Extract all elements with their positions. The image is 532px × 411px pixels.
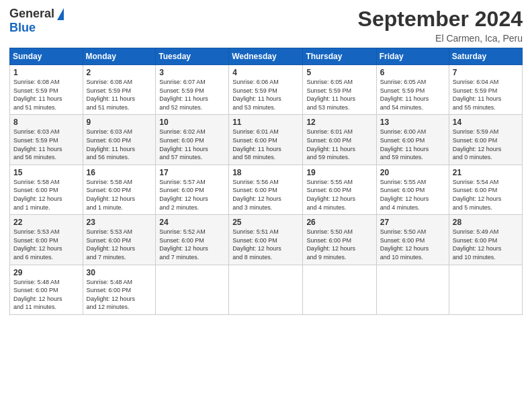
day-info: Sunrise: 6:06 AMSunset: 5:59 PMDaylight:…: [232, 78, 299, 111]
calendar-week-3: 22Sunrise: 5:53 AMSunset: 6:00 PMDayligh…: [10, 215, 523, 265]
page: General Blue September 2024 El Carmen, I…: [0, 0, 532, 411]
day-info: Sunrise: 5:48 AMSunset: 6:00 PMDaylight:…: [13, 278, 79, 312]
col-thursday: Thursday: [303, 48, 376, 65]
title-location: El Carmen, Ica, Peru: [358, 33, 523, 44]
day-cell-18: 18Sunrise: 5:56 AMSunset: 6:00 PMDayligh…: [229, 165, 303, 214]
day-info: Sunrise: 5:59 AMSunset: 6:00 PMDaylight:…: [453, 128, 519, 161]
day-number: 8: [13, 118, 79, 127]
col-monday: Monday: [83, 48, 156, 65]
day-cell-13: 13Sunrise: 6:00 AMSunset: 6:00 PMDayligh…: [376, 115, 449, 165]
day-number: 16: [87, 168, 152, 177]
day-cell-23: 23Sunrise: 5:53 AMSunset: 6:00 PMDayligh…: [83, 215, 156, 265]
day-info: Sunrise: 5:50 AMSunset: 6:00 PMDaylight:…: [306, 228, 372, 261]
day-number: 18: [232, 168, 299, 177]
day-cell-12: 12Sunrise: 6:01 AMSunset: 6:00 PMDayligh…: [303, 115, 376, 165]
day-cell-10: 10Sunrise: 6:02 AMSunset: 6:00 PMDayligh…: [156, 115, 229, 165]
day-cell-20: 20Sunrise: 5:55 AMSunset: 6:00 PMDayligh…: [376, 165, 449, 214]
day-info: Sunrise: 6:03 AMSunset: 5:59 PMDaylight:…: [13, 128, 79, 161]
empty-cell: [303, 265, 376, 314]
logo: General: [9, 7, 64, 21]
day-cell-5: 5Sunrise: 6:05 AMSunset: 5:59 PMDaylight…: [303, 65, 376, 115]
col-friday: Friday: [376, 48, 449, 65]
col-sunday: Sunday: [10, 48, 83, 65]
logo-general: General: [9, 7, 54, 21]
day-number: 30: [87, 268, 152, 277]
day-cell-15: 15Sunrise: 5:58 AMSunset: 6:00 PMDayligh…: [10, 165, 83, 214]
day-info: Sunrise: 5:53 AMSunset: 6:00 PMDaylight:…: [87, 228, 152, 261]
day-number: 24: [159, 218, 225, 227]
day-cell-1: 1Sunrise: 6:08 AMSunset: 5:59 PMDaylight…: [10, 65, 83, 115]
day-info: Sunrise: 5:49 AMSunset: 6:00 PMDaylight:…: [453, 228, 519, 261]
day-cell-16: 16Sunrise: 5:58 AMSunset: 6:00 PMDayligh…: [83, 165, 156, 214]
day-cell-8: 8Sunrise: 6:03 AMSunset: 5:59 PMDaylight…: [10, 115, 83, 165]
day-info: Sunrise: 5:53 AMSunset: 6:00 PMDaylight:…: [13, 228, 79, 261]
day-number: 14: [453, 118, 519, 127]
empty-cell: [229, 265, 303, 314]
day-number: 9: [87, 118, 152, 127]
day-number: 15: [13, 168, 79, 177]
col-tuesday: Tuesday: [156, 48, 229, 65]
day-info: Sunrise: 6:04 AMSunset: 5:59 PMDaylight:…: [453, 78, 519, 111]
title-area: September 2024 El Carmen, Ica, Peru: [358, 7, 523, 44]
day-cell-19: 19Sunrise: 5:55 AMSunset: 6:00 PMDayligh…: [303, 165, 376, 214]
day-number: 27: [380, 218, 445, 227]
day-cell-17: 17Sunrise: 5:57 AMSunset: 6:00 PMDayligh…: [156, 165, 229, 214]
day-cell-11: 11Sunrise: 6:01 AMSunset: 6:00 PMDayligh…: [229, 115, 303, 165]
day-cell-2: 2Sunrise: 6:08 AMSunset: 5:59 PMDaylight…: [83, 65, 156, 115]
logo-area: General Blue: [9, 7, 64, 35]
day-info: Sunrise: 5:48 AMSunset: 6:00 PMDaylight:…: [87, 278, 152, 312]
day-info: Sunrise: 5:58 AMSunset: 6:00 PMDaylight:…: [13, 178, 79, 212]
day-info: Sunrise: 5:55 AMSunset: 6:00 PMDaylight:…: [380, 178, 445, 212]
day-cell-30: 30Sunrise: 5:48 AMSunset: 6:00 PMDayligh…: [83, 265, 156, 314]
day-number: 10: [159, 118, 225, 127]
day-info: Sunrise: 5:54 AMSunset: 6:00 PMDaylight:…: [453, 178, 519, 212]
day-info: Sunrise: 6:03 AMSunset: 6:00 PMDaylight:…: [87, 128, 152, 161]
day-info: Sunrise: 6:01 AMSunset: 6:00 PMDaylight:…: [232, 128, 299, 161]
day-info: Sunrise: 5:51 AMSunset: 6:00 PMDaylight:…: [232, 228, 299, 261]
day-info: Sunrise: 6:08 AMSunset: 5:59 PMDaylight:…: [87, 78, 152, 111]
day-cell-6: 6Sunrise: 6:05 AMSunset: 5:59 PMDaylight…: [376, 65, 449, 115]
empty-cell: [449, 265, 522, 314]
calendar-header-row: Sunday Monday Tuesday Wednesday Thursday…: [10, 48, 523, 65]
day-number: 26: [306, 218, 372, 227]
calendar-week-0: 1Sunrise: 6:08 AMSunset: 5:59 PMDaylight…: [10, 65, 523, 115]
col-saturday: Saturday: [449, 48, 522, 65]
day-cell-21: 21Sunrise: 5:54 AMSunset: 6:00 PMDayligh…: [449, 165, 522, 214]
day-cell-25: 25Sunrise: 5:51 AMSunset: 6:00 PMDayligh…: [229, 215, 303, 265]
day-number: 7: [453, 68, 519, 77]
day-cell-9: 9Sunrise: 6:03 AMSunset: 6:00 PMDaylight…: [83, 115, 156, 165]
day-info: Sunrise: 6:01 AMSunset: 6:00 PMDaylight:…: [306, 128, 372, 161]
day-number: 28: [453, 218, 519, 227]
day-number: 13: [380, 118, 445, 127]
empty-cell: [376, 265, 449, 314]
logo-triangle-icon: [57, 8, 64, 20]
day-info: Sunrise: 5:57 AMSunset: 6:00 PMDaylight:…: [159, 178, 225, 212]
day-number: 4: [232, 68, 299, 77]
day-cell-7: 7Sunrise: 6:04 AMSunset: 5:59 PMDaylight…: [449, 65, 522, 115]
day-number: 19: [306, 168, 372, 177]
day-info: Sunrise: 5:56 AMSunset: 6:00 PMDaylight:…: [232, 178, 299, 212]
day-number: 3: [159, 68, 225, 77]
day-number: 17: [159, 168, 225, 177]
day-cell-24: 24Sunrise: 5:52 AMSunset: 6:00 PMDayligh…: [156, 215, 229, 265]
day-info: Sunrise: 5:50 AMSunset: 6:00 PMDaylight:…: [380, 228, 445, 261]
day-number: 20: [380, 168, 445, 177]
day-info: Sunrise: 5:58 AMSunset: 6:00 PMDaylight:…: [87, 178, 152, 212]
day-info: Sunrise: 5:52 AMSunset: 6:00 PMDaylight:…: [159, 228, 225, 261]
logo-blue: Blue: [9, 21, 36, 35]
day-info: Sunrise: 6:05 AMSunset: 5:59 PMDaylight:…: [306, 78, 372, 111]
day-number: 5: [306, 68, 372, 77]
day-info: Sunrise: 6:08 AMSunset: 5:59 PMDaylight:…: [13, 78, 79, 111]
day-number: 29: [13, 268, 79, 277]
day-cell-26: 26Sunrise: 5:50 AMSunset: 6:00 PMDayligh…: [303, 215, 376, 265]
calendar-week-2: 15Sunrise: 5:58 AMSunset: 6:00 PMDayligh…: [10, 165, 523, 214]
day-number: 2: [87, 68, 152, 77]
col-wednesday: Wednesday: [229, 48, 303, 65]
header: General Blue September 2024 El Carmen, I…: [9, 7, 523, 44]
day-cell-29: 29Sunrise: 5:48 AMSunset: 6:00 PMDayligh…: [10, 265, 83, 314]
day-info: Sunrise: 6:00 AMSunset: 6:00 PMDaylight:…: [380, 128, 445, 161]
day-number: 22: [13, 218, 79, 227]
day-info: Sunrise: 5:55 AMSunset: 6:00 PMDaylight:…: [306, 178, 372, 212]
day-number: 11: [232, 118, 299, 127]
day-info: Sunrise: 6:02 AMSunset: 6:00 PMDaylight:…: [159, 128, 225, 161]
